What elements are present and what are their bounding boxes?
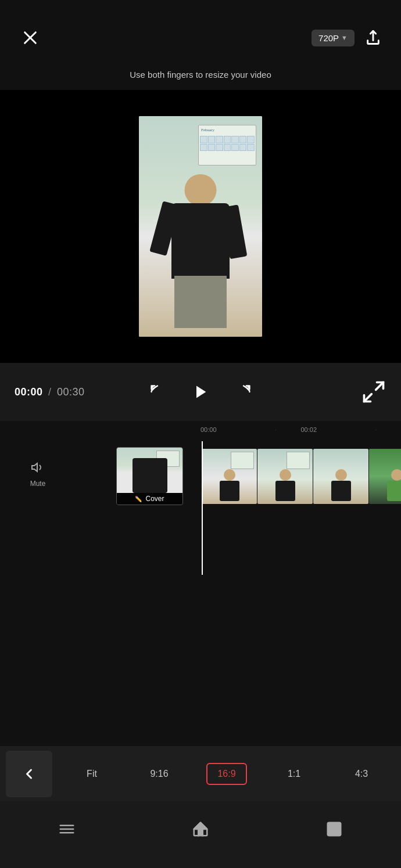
playback-controls — [145, 379, 256, 405]
svg-marker-3 — [196, 386, 206, 398]
export-icon — [365, 30, 381, 46]
instruction-text: Use both fingers to resize your video — [130, 70, 271, 80]
mini-body — [275, 481, 295, 501]
cal-cell — [200, 144, 207, 152]
mini-body — [220, 481, 239, 501]
aspect-4-3-label: 4:3 — [355, 769, 368, 779]
edit-icon: ✏️ — [135, 496, 142, 502]
cover-label: Cover — [145, 495, 164, 503]
timestamp-02: 00:02 — [301, 426, 351, 433]
aspect-1-1-label: 1:1 — [288, 769, 300, 779]
video-frame: Febuary — [139, 116, 262, 337]
cal-cell — [224, 136, 231, 143]
cal-cell — [200, 136, 207, 143]
cal-cell — [208, 144, 216, 152]
back-nav-icon — [325, 820, 343, 838]
aspect-fit[interactable]: Fit — [71, 764, 112, 784]
strip-frame-3 — [313, 449, 368, 504]
fastforward-button[interactable] — [231, 379, 256, 405]
whiteboard-text: Febuary — [199, 125, 256, 135]
aspect-ratio-bar: Fit 9:16 16:9 1:1 4:3 — [0, 746, 401, 801]
aspect-9-16[interactable]: 9:16 — [139, 764, 180, 784]
aspect-16-9[interactable]: 16:9 — [206, 763, 247, 785]
person-head — [185, 174, 217, 206]
cal-cell — [231, 136, 239, 143]
time-display: 00:00 / 00:30 — [15, 386, 85, 398]
mini-head — [224, 469, 235, 481]
total-time: 00:30 — [57, 386, 85, 398]
cal-cell — [216, 144, 223, 152]
mute-label: Mute — [30, 480, 46, 488]
current-time: 00:00 — [15, 386, 43, 398]
back-arrow-button[interactable] — [6, 751, 52, 797]
strip-frame-2 — [257, 449, 313, 504]
mini-head — [391, 469, 402, 481]
resolution-label: 720P — [318, 33, 339, 43]
back-button[interactable] — [317, 812, 352, 847]
fastforward-icon — [235, 384, 252, 400]
speaker-icon — [31, 460, 45, 474]
cover-thumb-image — [117, 448, 182, 493]
cal-cell — [239, 136, 247, 143]
fullscreen-button[interactable] — [361, 379, 386, 405]
video-background: Febuary — [139, 116, 262, 337]
calendar-grid — [199, 135, 256, 152]
mute-icon — [29, 459, 46, 476]
home-button[interactable] — [183, 812, 218, 847]
top-bar: 720P ▼ — [0, 0, 401, 64]
play-button[interactable] — [188, 379, 213, 405]
home-icon — [192, 820, 209, 838]
aspect-1-1[interactable]: 1:1 — [274, 764, 314, 784]
strip-frame-4 — [369, 449, 401, 504]
svg-marker-6 — [32, 463, 37, 471]
chevron-down-icon: ▼ — [341, 34, 348, 41]
cal-cell — [247, 144, 255, 152]
close-button[interactable] — [17, 25, 43, 51]
video-strip: + Drak — [202, 447, 401, 505]
resolution-button[interactable]: 720P ▼ — [312, 30, 355, 46]
rewind-button[interactable] — [145, 379, 170, 405]
timestamp-dot1: · — [250, 427, 300, 433]
timeline-timestamps: 00:00 · 00:02 · — [0, 421, 401, 438]
strip-wb-2 — [287, 452, 310, 469]
back-arrow-icon — [21, 766, 37, 782]
svg-line-5 — [364, 394, 372, 402]
playhead — [202, 441, 203, 575]
cal-cell — [231, 144, 239, 152]
timeline-area: 00:00 · 00:02 · Mute ✏️ Cover — [0, 421, 401, 613]
mini-person-1 — [220, 469, 239, 501]
whiteboard: Febuary — [198, 125, 256, 165]
menu-icon — [58, 820, 76, 838]
mute-control[interactable]: Mute — [29, 459, 46, 488]
thumb-person — [133, 458, 167, 493]
mini-body — [387, 481, 402, 501]
mini-head — [280, 469, 291, 481]
rewind-icon — [149, 384, 166, 400]
timestamp-00: 00:00 — [201, 426, 250, 433]
menu-button[interactable] — [49, 812, 84, 847]
cal-cell — [216, 136, 223, 143]
person-legs — [174, 276, 227, 328]
timestamp-dot2: · — [351, 427, 401, 433]
strip-wb-1 — [231, 452, 254, 469]
play-icon — [192, 384, 209, 400]
instruction-bar: Use both fingers to resize your video — [0, 64, 401, 88]
export-button[interactable] — [363, 27, 384, 48]
aspect-fit-label: Fit — [87, 769, 97, 779]
cover-thumbnail[interactable]: ✏️ Cover — [116, 447, 183, 505]
video-preview: Febuary — [0, 90, 401, 363]
aspect-16-9-label: 16:9 — [217, 769, 235, 779]
aspect-4-3[interactable]: 4:3 — [341, 764, 382, 784]
aspect-9-16-label: 9:16 — [150, 769, 168, 779]
mini-body — [331, 481, 351, 501]
top-right-controls: 720P ▼ — [312, 27, 384, 48]
svg-line-4 — [376, 383, 384, 390]
strip-frame-1 — [202, 449, 257, 504]
time-separator: / — [45, 386, 55, 398]
cal-cell — [239, 144, 247, 152]
person-torso — [171, 203, 230, 279]
controls-bar: 00:00 / 00:30 — [0, 363, 401, 421]
cal-cell — [208, 136, 216, 143]
bottom-nav — [0, 801, 401, 868]
cal-cell — [224, 144, 231, 152]
